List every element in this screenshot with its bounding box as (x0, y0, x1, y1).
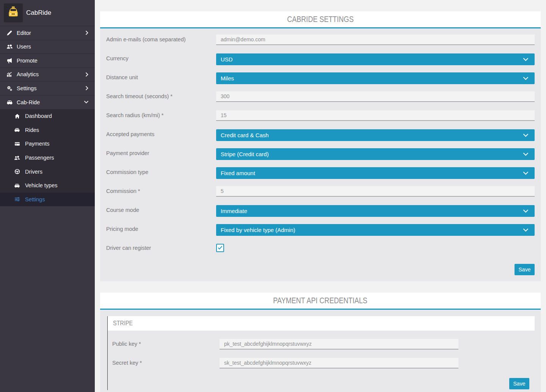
sliders-icon (14, 196, 20, 202)
subnav-item-dashboard[interactable]: Dashboard (0, 109, 95, 123)
save-button[interactable]: Save (515, 264, 535, 275)
field-label: Currency (106, 53, 216, 61)
selected-value: Miles (221, 75, 234, 82)
panel-header: CABRIDE SETTINGS (100, 11, 541, 28)
course-mode-select[interactable]: Immediate (216, 205, 535, 217)
chevron-down-icon (523, 75, 529, 82)
taxi-icon (6, 99, 13, 105)
currency-select[interactable]: USD (216, 53, 535, 65)
form-row-commission: Commission * (106, 186, 535, 198)
commission-type-select[interactable]: Fixed amount (216, 167, 535, 179)
sidebar-item-analytics[interactable]: Analytics (0, 68, 95, 82)
credit-card-icon (14, 141, 20, 147)
sidebar-item-label: Promote (17, 58, 89, 64)
subnav-item-label: Payments (25, 141, 49, 147)
field-label: Commission type (106, 167, 216, 175)
chevron-down-icon (523, 227, 529, 233)
subnav-item-label: Vehicle types (25, 182, 57, 188)
form-row-driver-can-register: Driver can register (106, 243, 535, 255)
subnav-item-label: Rides (25, 127, 39, 133)
chevron-right-icon (85, 72, 89, 77)
selected-value: Fixed amount (221, 170, 255, 176)
sidebar-item-label: Settings (17, 85, 85, 91)
gears-icon (6, 85, 13, 91)
field-label: Admin e-mails (coma separated) (106, 34, 216, 42)
payment-provider-select[interactable]: Stripe (Credit card) (216, 148, 535, 160)
app-logo (4, 3, 23, 22)
subnav-item-passengers[interactable]: Passengers (0, 151, 95, 165)
selected-value: Fixed by vehicle type (Admin) (221, 227, 295, 233)
admin-emails-input[interactable] (216, 34, 535, 45)
checkmark-icon (218, 245, 223, 251)
field-label: Search timeout (seconds) * (106, 91, 216, 99)
bullhorn-icon (6, 58, 13, 64)
form-row-course-mode: Course mode Immediate (106, 205, 535, 217)
pencil-icon (6, 30, 13, 36)
sidebar-item-users[interactable]: Users (0, 40, 95, 54)
chevron-right-icon (85, 30, 89, 35)
subnav-item-rides[interactable]: Rides (0, 123, 95, 137)
chart-icon (6, 71, 13, 77)
pricing-mode-select[interactable]: Fixed by vehicle type (Admin) (216, 224, 535, 236)
field-label: Distance unit (106, 72, 216, 80)
field-label: Driver can register (106, 243, 216, 251)
stripe-section: STRIPE Public key * Secret key * Save (107, 316, 535, 390)
payment-api-credentials-panel: PAYMENT API CREDENTIALS STRIPE Public ke… (100, 293, 541, 392)
selected-value: Immediate (221, 208, 247, 214)
main-content: CABRIDE SETTINGS Admin e-mails (coma sep… (95, 0, 546, 392)
sidebar-item-editor[interactable]: Editor (0, 26, 95, 40)
search-radius-input[interactable] (216, 110, 535, 121)
form-row-commission-type: Commission type Fixed amount (106, 167, 535, 179)
field-label: Accepted payments (106, 129, 216, 137)
accepted-payments-select[interactable]: Credit card & Cash (216, 129, 535, 141)
sidebar-item-label: Analytics (17, 71, 85, 77)
form-row-public-key: Public key * (112, 339, 535, 351)
form-row-accepted-payments: Accepted payments Credit card & Cash (106, 129, 535, 141)
sidebar: CabRide Editor Users Promote (0, 0, 95, 392)
save-button[interactable]: Save (509, 378, 529, 389)
public-key-input[interactable] (220, 339, 458, 350)
field-label: Search radius (km/mi) * (106, 110, 216, 118)
subnav-item-vehicle-types[interactable]: Vehicle types (0, 179, 95, 193)
taxi-logo-icon (6, 5, 20, 20)
panel-title: CABRIDE SETTINGS (287, 14, 353, 24)
users-icon (6, 44, 13, 50)
field-label: Pricing mode (106, 224, 216, 232)
search-timeout-input[interactable] (216, 91, 535, 102)
home-icon (14, 113, 20, 119)
form-row-currency: Currency USD (106, 53, 535, 65)
commission-input[interactable] (216, 186, 535, 197)
sidebar-item-settings[interactable]: Settings (0, 82, 95, 96)
app-logo-row[interactable]: CabRide (0, 0, 95, 26)
chevron-down-icon (523, 208, 529, 214)
subnav-item-label: Settings (25, 196, 45, 202)
panel-body: STRIPE Public key * Secret key * Save (100, 310, 541, 392)
sidebar-item-label: Users (17, 44, 89, 50)
field-label: Payment provider (106, 148, 216, 156)
driver-can-register-checkbox[interactable] (216, 244, 224, 252)
form-row-search-timeout: Search timeout (seconds) * (106, 91, 535, 103)
save-row: Save (108, 378, 535, 390)
form-row-search-radius: Search radius (km/mi) * (106, 110, 535, 122)
sidebar-item-label: Editor (17, 30, 85, 36)
chevron-down-icon (523, 132, 529, 138)
sidebar-item-cab-ride[interactable]: Cab-Ride (0, 96, 95, 110)
sidebar-item-promote[interactable]: Promote (0, 54, 95, 68)
subnav-item-settings[interactable]: Settings (0, 193, 95, 207)
chevron-down-icon (523, 56, 529, 63)
subnav-item-payments[interactable]: Payments (0, 137, 95, 151)
selected-value: Credit card & Cash (221, 132, 269, 138)
form-row-distance-unit: Distance unit Miles (106, 72, 535, 84)
car-icon (14, 127, 20, 133)
selected-value: Stripe (Credit card) (221, 151, 269, 157)
selected-value: USD (221, 56, 233, 63)
subnav-item-drivers[interactable]: Drivers (0, 165, 95, 179)
panel-body: Admin e-mails (coma separated) Currency … (100, 28, 541, 281)
distance-unit-select[interactable]: Miles (216, 72, 535, 84)
stripe-fields: Public key * Secret key * (108, 331, 535, 370)
field-label: Secret key * (112, 358, 220, 366)
secret-key-input[interactable] (220, 358, 458, 368)
field-label: Public key * (112, 339, 220, 347)
form-row-secret-key: Secret key * (112, 358, 535, 370)
form-row-admin-emails: Admin e-mails (coma separated) (106, 34, 535, 46)
